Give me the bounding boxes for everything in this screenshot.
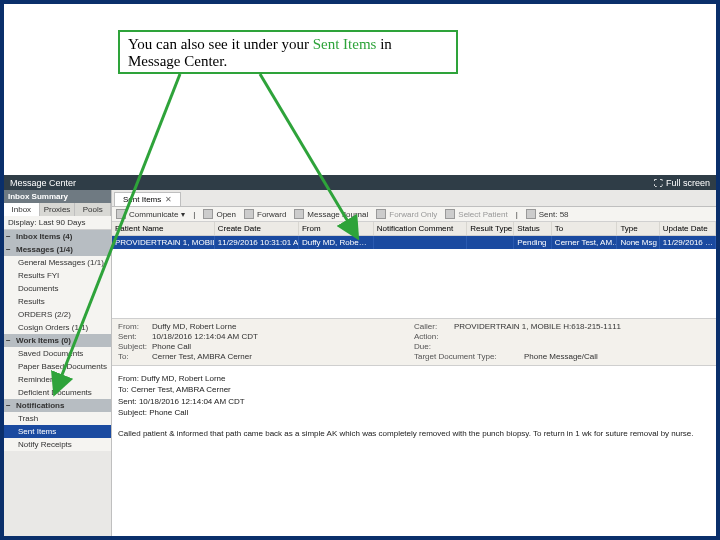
- sidebar-item-sent-items[interactable]: Sent Items: [4, 425, 111, 438]
- sent-value: 10/18/2016 12:14:04 AM CDT: [152, 332, 414, 341]
- sidebar-tabs: Inbox Proxies Pools: [4, 203, 111, 216]
- to-value: Cerner Test, AMBRA Cerner: [152, 352, 414, 361]
- col-create-date[interactable]: Create Date: [215, 222, 299, 235]
- col-type[interactable]: Type: [617, 222, 659, 235]
- col-result-type[interactable]: Result Type: [467, 222, 514, 235]
- target-label: Target Document Type:: [414, 352, 524, 361]
- display-filter[interactable]: Display: Last 90 Days: [4, 216, 111, 230]
- callout-pre: You can also see it under your: [128, 36, 313, 52]
- patient-icon: [445, 209, 455, 219]
- target-value: Phone Message/Call: [524, 352, 710, 361]
- sidebar-item-general-messages[interactable]: General Messages (1/1): [4, 256, 111, 269]
- select-patient-button: Select Patient: [445, 209, 507, 219]
- group-notifications[interactable]: Notifications: [4, 399, 111, 412]
- body-to-line: To: Cerner Test, AMBRA Cerner: [118, 385, 710, 395]
- from-value: Duffy MD, Robert Lorne: [152, 322, 414, 331]
- sidebar-item-saved-documents[interactable]: Saved Documents: [4, 347, 111, 360]
- communicate-button[interactable]: Communicate▾: [116, 209, 185, 219]
- table-empty-space: [112, 249, 716, 319]
- journal-icon: [294, 209, 304, 219]
- body-message-text: Called patient & informed that path came…: [118, 429, 710, 439]
- group-work-items[interactable]: Work Items (0): [4, 334, 111, 347]
- main-panel: Sent Items ✕ Communicate▾ | Open Forward…: [112, 190, 716, 536]
- sidebar-item-reminders[interactable]: Reminders: [4, 373, 111, 386]
- due-value: [454, 342, 710, 351]
- open-button[interactable]: Open: [203, 209, 236, 219]
- col-to[interactable]: To: [552, 222, 618, 235]
- content-tabbar: Sent Items ✕: [112, 190, 716, 207]
- group-messages[interactable]: Messages (1/4): [4, 243, 111, 256]
- table-header: Patient Name Create Date From Notificati…: [112, 222, 716, 236]
- col-notification-comment[interactable]: Notification Comment: [374, 222, 467, 235]
- caller-label: Caller:: [414, 322, 454, 331]
- body-sent-line: Sent: 10/18/2016 12:14:04 AM CDT: [118, 397, 710, 407]
- forward-only-button: Forward Only: [376, 209, 437, 219]
- col-status[interactable]: Status: [514, 222, 552, 235]
- inbox-summary-label: Inbox Summary: [4, 190, 111, 203]
- message-journal-button[interactable]: Message Journal: [294, 209, 368, 219]
- tab-proxies[interactable]: Proxies: [40, 203, 76, 216]
- instruction-callout: You can also see it under your Sent Item…: [118, 30, 458, 74]
- message-detail-header: From:Duffy MD, Robert Lorne Sent:10/18/2…: [112, 319, 716, 366]
- close-icon[interactable]: ✕: [165, 195, 172, 204]
- col-update-date[interactable]: Update Date: [660, 222, 716, 235]
- group-inbox-items[interactable]: Inbox Items (4): [4, 230, 111, 243]
- tab-label: Sent Items: [123, 195, 161, 204]
- body-from-line: From: Duffy MD, Robert Lorne: [118, 374, 710, 384]
- tab-inbox[interactable]: Inbox: [4, 203, 40, 216]
- sidebar-item-documents[interactable]: Documents: [4, 282, 111, 295]
- sidebar-item-notify-receipts[interactable]: Notify Receipts: [4, 438, 111, 451]
- messages-table: Patient Name Create Date From Notificati…: [112, 222, 716, 249]
- from-label: From:: [118, 322, 152, 331]
- sent-icon: [526, 209, 536, 219]
- body-subject-line: Subject: Phone Call: [118, 408, 710, 418]
- to-label: To:: [118, 352, 152, 361]
- col-from[interactable]: From: [299, 222, 374, 235]
- sidebar: Inbox Summary Inbox Proxies Pools Displa…: [4, 190, 112, 536]
- message-center-header: Message Center ⛶ Full screen: [4, 175, 716, 190]
- subject-label: Subject:: [118, 342, 152, 351]
- chevron-down-icon: ▾: [181, 210, 185, 219]
- toolbar: Communicate▾ | Open Forward Message Jour…: [112, 207, 716, 222]
- subject-value: Phone Call: [152, 342, 414, 351]
- sidebar-item-deficient-documents[interactable]: Deficient Documents: [4, 386, 111, 399]
- sent-count: Sent: 58: [526, 209, 569, 219]
- forward-icon: [244, 209, 254, 219]
- sidebar-item-paper-based-documents[interactable]: Paper Based Documents: [4, 360, 111, 373]
- callout-highlight: Sent Items: [313, 36, 377, 52]
- display-label: Display:: [8, 218, 36, 227]
- forward-button[interactable]: Forward: [244, 209, 286, 219]
- fullscreen-toggle[interactable]: ⛶ Full screen: [654, 178, 710, 188]
- action-value: [454, 332, 710, 341]
- action-label: Action:: [414, 332, 454, 341]
- message-center-title: Message Center: [10, 178, 76, 188]
- sidebar-item-results-fyi[interactable]: Results FYI: [4, 269, 111, 282]
- sidebar-item-cosign-orders[interactable]: Cosign Orders (1/1): [4, 321, 111, 334]
- caller-value: PROVIDERTRAIN 1, MOBILE H:618-215-1111: [454, 322, 710, 331]
- forward-only-icon: [376, 209, 386, 219]
- communicate-icon: [116, 209, 126, 219]
- display-value: Last 90 Days: [39, 218, 86, 227]
- open-icon: [203, 209, 213, 219]
- message-detail-body: From: Duffy MD, Robert Lorne To: Cerner …: [112, 366, 716, 447]
- sidebar-item-results[interactable]: Results: [4, 295, 111, 308]
- sent-label: Sent:: [118, 332, 152, 341]
- sidebar-item-trash[interactable]: Trash: [4, 412, 111, 425]
- sidebar-item-orders[interactable]: ORDERS (2/2): [4, 308, 111, 321]
- tab-pools[interactable]: Pools: [75, 203, 111, 216]
- due-label: Due:: [414, 342, 454, 351]
- col-patient-name[interactable]: Patient Name: [112, 222, 215, 235]
- table-row[interactable]: PROVIDERTRAIN 1, MOBILE 11/29/2016 10:31…: [112, 236, 716, 249]
- tab-sent-items[interactable]: Sent Items ✕: [114, 192, 181, 206]
